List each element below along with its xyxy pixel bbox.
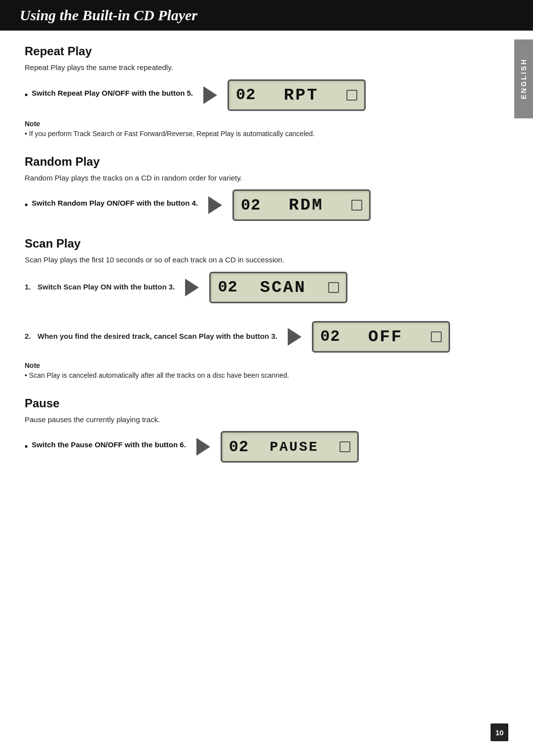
arrow-icon-pause [196,437,211,457]
lcd-display-random: 02 RDM [232,189,371,221]
bullet-instruction-repeat: • Switch Repeat Play ON/OFF with the but… [25,89,193,101]
arrow-icon-repeat [203,85,218,105]
svg-marker-4 [196,438,210,456]
step-num-scan-1: 1. [25,282,34,293]
lcd-num-random: 02 [241,196,261,215]
lcd-box-random [351,200,362,211]
instruction-row-repeat: • Switch Repeat Play ON/OFF with the but… [25,79,508,111]
lcd-display-scan-2: 02 OFF [312,321,450,353]
lcd-num-scan-2: 02 [320,327,340,346]
note-text-scan: • Scan Play is canceled automatically af… [25,370,508,381]
section-title-repeat-play: Repeat Play [25,44,508,58]
lcd-box-scan-2 [431,331,442,342]
arrow-icon-random [208,195,223,215]
section-title-pause: Pause [25,396,508,410]
lcd-num-scan-1: 02 [218,278,237,296]
arrow-icon-scan-1 [185,278,199,297]
note-block-scan: Note • Scan Play is canceled automatical… [25,361,508,381]
lcd-box-pause [340,441,350,452]
step-text-scan-2: When you find the desired track, cancel … [38,331,277,342]
section-desc-repeat-play: Repeat Play plays the same track repeate… [25,62,508,73]
note-bullet-scan: • [25,371,29,379]
section-repeat-play: Repeat Play Repeat Play plays the same t… [25,44,508,139]
page-title: Using the Built-in CD Player [20,7,513,24]
svg-marker-0 [203,86,217,104]
section-scan-play: Scan Play Scan Play plays the first 10 s… [25,237,508,381]
section-title-scan: Scan Play [25,237,508,251]
lcd-mode-repeat: RPT [256,86,346,105]
instruction-row-random: • Switch Random Play ON/OFF with the but… [25,189,508,221]
bullet-text-pause: Switch the Pause ON/OFF with the button … [32,440,186,449]
note-point-repeat: If you perform Track Search or Fast Forw… [29,130,315,138]
bullet-instruction-random: • Switch Random Play ON/OFF with the but… [25,199,198,211]
section-desc-scan: Scan Play plays the first 10 seconds or … [25,254,508,266]
instruction-row-scan-1: 1. Switch Scan Play ON with the button 3… [25,272,508,303]
note-point-scan: Scan Play is canceled automatically afte… [29,371,289,379]
numbered-instruction-scan-2: 2. When you find the desired track, canc… [25,331,277,342]
step-text-scan-1: Switch Scan Play ON with the button 3. [38,282,175,293]
note-block-repeat: Note • If you perform Track Search or Fa… [25,120,508,139]
section-title-random: Random Play [25,155,508,169]
bullet-icon-repeat: • [25,89,28,101]
bullet-text-repeat: Switch Repeat Play ON/OFF with the butto… [32,89,193,97]
note-text-repeat: • If you perform Track Search or Fast Fo… [25,129,508,139]
bullet-icon-pause: • [25,440,28,453]
lcd-mode-pause: PAUSE [249,439,340,455]
svg-marker-3 [288,328,302,346]
side-tab-label: ENGLISH [520,58,528,99]
bullet-text-random: Switch Random Play ON/OFF with the butto… [32,199,198,207]
lcd-box-scan-1 [328,282,339,293]
main-content: Repeat Play Repeat Play plays the same t… [0,44,533,508]
lcd-mode-scan-1: SCAN [238,278,329,297]
lcd-mode-random: RDM [261,196,351,215]
section-desc-random: Random Play plays the tracks on a CD in … [25,173,508,184]
note-label-repeat: Note [25,120,40,128]
page-wrapper: ENGLISH Using the Built-in CD Player Rep… [0,0,533,756]
instruction-row-scan-2: 2. When you find the desired track, canc… [25,321,508,353]
lcd-display-pause: 02 PAUSE [221,431,359,463]
numbered-instruction-scan-1: 1. Switch Scan Play ON with the button 3… [25,282,175,293]
note-bullet-repeat: • [25,130,29,138]
page-number: 10 [491,723,508,741]
section-pause: Pause Pause pauses the currently playing… [25,396,508,463]
lcd-num-pause: 02 [229,438,249,456]
svg-marker-1 [208,196,222,214]
instruction-row-pause: • Switch the Pause ON/OFF with the butto… [25,431,508,463]
lcd-display-repeat: 02 RPT [228,79,366,111]
note-label-scan: Note [25,361,40,369]
svg-marker-2 [185,279,199,296]
section-desc-pause: Pause pauses the currently playing track… [25,414,508,426]
arrow-icon-scan-2 [287,327,302,347]
bullet-icon-random: • [25,199,28,211]
step-num-scan-2: 2. [25,331,34,342]
spacer-scan [25,312,508,321]
side-tab: ENGLISH [514,39,533,118]
lcd-display-scan-1: 02 SCAN [209,272,347,303]
title-bar: Using the Built-in CD Player [0,0,533,31]
bullet-instruction-pause: • Switch the Pause ON/OFF with the butto… [25,440,186,453]
lcd-box-repeat [346,90,357,101]
lcd-mode-scan-2: OFF [340,327,431,346]
section-random-play: Random Play Random Play plays the tracks… [25,155,508,221]
lcd-num-repeat: 02 [236,86,256,104]
